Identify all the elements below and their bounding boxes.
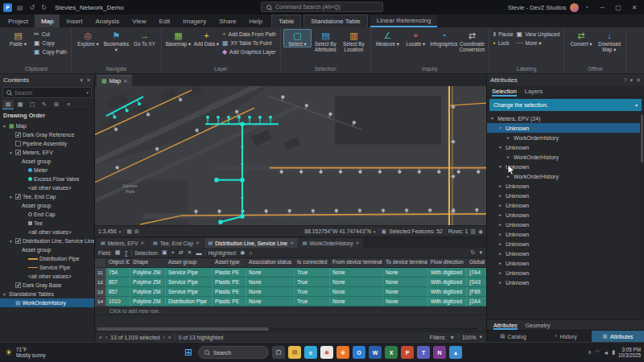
previous-record-icon[interactable]: ‹ (105, 335, 107, 340)
dock-tab-attributes[interactable]: ▦Attributes (592, 331, 644, 342)
map-canvas[interactable]: GartnerPark (95, 86, 486, 225)
layer-item-pipeline-assembly[interactable]: Pipeline Assembly (0, 139, 94, 148)
horizontal-scrollbar[interactable] (95, 327, 478, 331)
layer-item-dark-gray-reference[interactable]: Dark Gray Reference (0, 130, 94, 139)
attributes-tab-layers[interactable]: Layers (525, 86, 543, 97)
visibility-checkbox[interactable] (15, 238, 21, 244)
pane-icon[interactable]: ▥ (470, 228, 476, 235)
coordinate-conversion-button[interactable]: ⇄Coordinate Conversion (458, 29, 486, 53)
copy-button[interactable]: ▣Copy (32, 40, 68, 47)
volume-icon[interactable]: ◄ (603, 350, 609, 356)
cut-button[interactable]: ✂Cut (32, 31, 68, 38)
layer-item-dark-gray-base[interactable]: Dark Gray Base (0, 281, 94, 290)
visibility-checkbox[interactable] (15, 141, 21, 146)
layer-item-tee-end-cap[interactable]: ▾Tee, End Cap (0, 192, 94, 201)
list-by-editing-icon[interactable]: ✎ (39, 100, 50, 109)
table-zoom-level[interactable]: 100% (462, 335, 476, 340)
selection-tree-item-unknown[interactable]: ▸Unknown (487, 278, 644, 287)
layer-item-distribution-line-service-line[interactable]: ▾Distribution Line, Service Line (0, 237, 94, 245)
map-scale[interactable]: 1:3,456 (98, 228, 117, 234)
more-button[interactable]: ⋯More ▾ (515, 40, 562, 47)
selection-tree-item-unknown[interactable]: ▸Unknown (487, 220, 644, 229)
column-header-association-status[interactable]: Association status (246, 258, 295, 267)
add-new-row[interactable]: Click to add new row. (95, 306, 486, 315)
selection-tree-item-unknown[interactable]: ▸Unknown (487, 268, 644, 278)
close-tab-icon[interactable]: ✕ (290, 241, 294, 245)
selection-tree-item-workorderhistory[interactable]: ▸WorkOrderHistory (487, 133, 644, 142)
arcgis-pro-icon[interactable]: ▲ (449, 346, 462, 359)
lock-button[interactable]: ▪Lock (492, 40, 515, 47)
selection-tree-item-unknown[interactable]: ▾Unknown (487, 142, 644, 152)
close-tab-icon[interactable]: ✕ (123, 78, 127, 84)
redo-icon[interactable]: ↻ (39, 4, 48, 11)
column-header-asset-type[interactable]: Asset type (213, 258, 246, 267)
outlook-icon[interactable]: O (353, 346, 365, 359)
firefox-icon[interactable]: ◉ (336, 346, 349, 359)
go-to-xy-button[interactable]: →Go To XY (130, 29, 159, 47)
infographics-button[interactable]: ◔Infographics (430, 29, 458, 47)
first-record-icon[interactable]: « (99, 335, 102, 340)
bookmarks-button[interactable]: ⚑Bookmarks ▾ (102, 29, 130, 53)
unhighlight-icon[interactable]: ○ (248, 250, 253, 256)
copy-path-button[interactable]: ▣Copy Path (32, 49, 68, 56)
grid-icon[interactable]: ⊞ (134, 228, 139, 235)
attributes-mode-tab-attributes[interactable]: Attributes (493, 320, 518, 330)
map-coordinates[interactable]: 88.152754°W 41.747443°N (304, 228, 371, 234)
column-header-is-connected[interactable]: Is connected (295, 258, 330, 267)
save-icon[interactable]: ▤ (15, 4, 25, 11)
column-header-flow-direction[interactable]: Flow direction (428, 258, 467, 267)
add-field-icon[interactable]: ▦ (114, 249, 122, 256)
column-header-shape[interactable]: Shape (130, 258, 166, 267)
contextual-tab-linear-referencing[interactable]: Linear Referencing (370, 14, 438, 27)
layer-item-all-other-values[interactable]: <all other values> (0, 183, 94, 192)
zoom-to-selection-icon[interactable]: ⌖ (171, 249, 175, 256)
taskbar-search[interactable]: Search (198, 346, 269, 359)
selection-tree-item-unknown[interactable]: ▸Unknown (487, 210, 644, 220)
notifications-icon[interactable]: ◔ (583, 4, 590, 11)
highlight-icon[interactable]: ◉ (239, 249, 246, 256)
layer-item-service-pipe[interactable]: Service Pipe (0, 263, 94, 272)
hidden-icons-icon[interactable]: ∧ (588, 349, 592, 356)
last-record-icon[interactable]: » (168, 335, 171, 340)
chrome-icon[interactable]: ◉ (320, 346, 333, 359)
switch-selection-icon[interactable]: ⇄ (178, 249, 184, 256)
layer-item-meter[interactable]: Meter (0, 166, 94, 175)
filter-icon[interactable]: ▼ (449, 335, 455, 340)
network-icon[interactable]: ◠ (595, 349, 600, 356)
change-selection-bar[interactable]: Change the selection. ▾ (489, 99, 642, 111)
close-icon[interactable]: ✕ (86, 77, 91, 84)
delete-selected-icon[interactable]: ▬ (195, 250, 202, 256)
layer-item-workorderhistory[interactable]: ▤WorkOrderHistory (0, 298, 94, 307)
weather-widget[interactable]: ☀ 71°F Mostly sunny (5, 347, 46, 358)
calculate-field-icon[interactable]: ∑ (123, 250, 129, 256)
taskbar-clock[interactable]: 3:05 PM 10/3/2025 (618, 347, 641, 358)
visibility-checkbox[interactable] (15, 194, 21, 200)
select-by-attributes-button[interactable]: ▤Select By Attributes (312, 29, 340, 53)
column-header-object-id[interactable]: Object ID (106, 258, 130, 267)
ribbon-tab-view[interactable]: View (126, 14, 152, 27)
table-tab-tee-end-cap[interactable]: ▤Tee, End Cap✕ (149, 238, 203, 248)
layer-item-end-cap[interactable]: End Cap (0, 210, 94, 219)
user-avatar[interactable] (570, 3, 579, 12)
undo-icon[interactable]: ↺ (28, 4, 37, 11)
selection-tree-item-unknown[interactable]: ▸Unknown (487, 229, 644, 239)
close-tab-icon[interactable]: ✕ (356, 241, 360, 245)
visibility-checkbox[interactable] (15, 282, 21, 288)
maximize-button[interactable]: ▢ (610, 0, 626, 14)
attributes-mode-tab-geometry[interactable]: Geometry (526, 320, 551, 330)
refresh-icon[interactable]: ↻ (470, 249, 477, 256)
column-header-asset-group[interactable]: Asset group (166, 258, 213, 267)
powerpoint-icon[interactable]: P (401, 346, 414, 359)
selection-tree-item-unknown[interactable]: ▸Unknown (487, 181, 644, 191)
list-by-snapping-icon[interactable]: ⊞ (51, 100, 62, 109)
ribbon-tab-analysis[interactable]: Analysis (89, 14, 126, 27)
layer-item-asset-group[interactable]: Asset group (0, 201, 94, 210)
list-by-data-source-icon[interactable]: ▦ (14, 100, 26, 109)
close-tab-icon[interactable]: ✕ (196, 241, 200, 245)
layer-item-meters-efv[interactable]: ▾Meters, EFV (0, 148, 94, 157)
layer-item-all-other-values[interactable]: <all other values> (0, 228, 94, 237)
table-menu-icon[interactable]: ▾ (478, 249, 483, 256)
overview-icon[interactable]: ◉ (478, 228, 483, 235)
table-row[interactable]: 11754Polyline ZMService PipePlastic PENo… (95, 268, 486, 278)
xy-table-to-point-button[interactable]: ▦XY Table To Point (221, 40, 278, 47)
